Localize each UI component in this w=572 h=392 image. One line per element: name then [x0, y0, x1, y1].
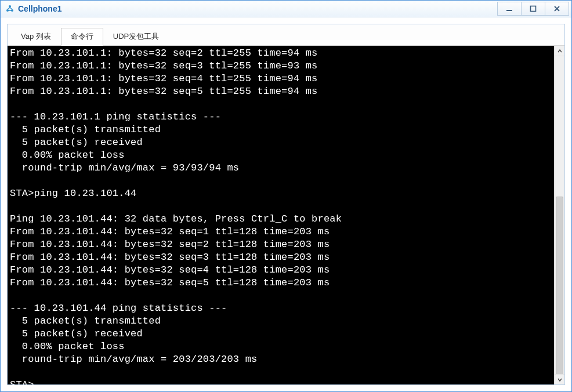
- scroll-up-arrow[interactable]: [555, 46, 564, 56]
- inner-frame: Vap 列表 命令行 UDP发包工具 From 10.23.101.1: byt…: [7, 24, 565, 385]
- maximize-button[interactable]: [521, 2, 545, 16]
- scrollbar-thumb[interactable]: [556, 197, 563, 376]
- tab-command-line[interactable]: 命令行: [61, 28, 103, 46]
- tab-vap-list[interactable]: Vap 列表: [11, 28, 61, 45]
- vertical-scrollbar[interactable]: [554, 46, 564, 384]
- title-bar-left: Cellphone1: [5, 4, 61, 13]
- maximize-icon: [530, 5, 537, 12]
- app-icon: [5, 4, 15, 13]
- close-button[interactable]: [545, 2, 569, 16]
- window-controls: [497, 2, 569, 16]
- title-bar[interactable]: Cellphone1: [1, 1, 571, 17]
- chevron-up-icon: [557, 49, 562, 53]
- terminal-wrap: From 10.23.101.1: bytes=32 seq=2 ttl=255…: [8, 46, 564, 384]
- window-title: Cellphone1: [18, 4, 61, 13]
- terminal-output[interactable]: From 10.23.101.1: bytes=32 seq=2 ttl=255…: [8, 46, 554, 384]
- svg-rect-3: [506, 10, 512, 11]
- tab-udp-tool[interactable]: UDP发包工具: [103, 28, 169, 45]
- app-window: Cellphone1 Vap 列表 命令行 UDP发包工具 From 10.23…: [0, 0, 572, 392]
- chevron-down-icon: [557, 378, 562, 382]
- minimize-button[interactable]: [497, 2, 522, 16]
- tab-strip: Vap 列表 命令行 UDP发包工具: [8, 24, 564, 46]
- svg-point-0: [9, 5, 11, 8]
- svg-rect-4: [531, 6, 536, 12]
- close-icon: [553, 5, 560, 12]
- scroll-down-arrow[interactable]: [555, 374, 564, 384]
- client-area: Vap 列表 命令行 UDP发包工具 From 10.23.101.1: byt…: [1, 17, 571, 391]
- minimize-icon: [506, 5, 513, 12]
